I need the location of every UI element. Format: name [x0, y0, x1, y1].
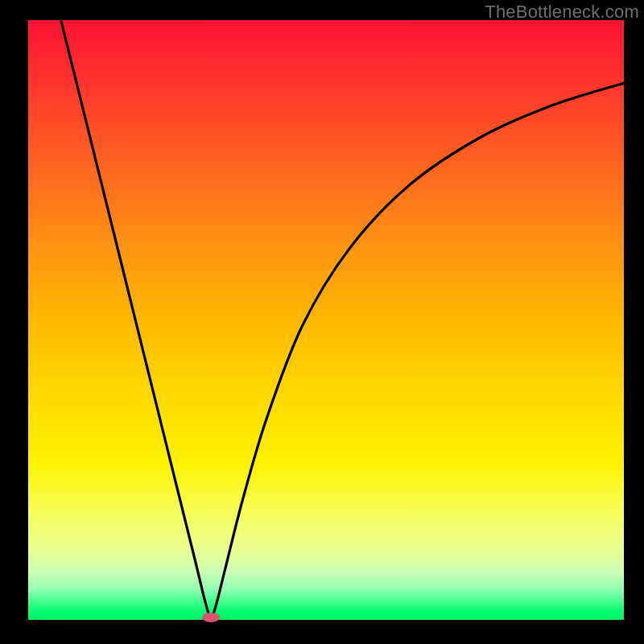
chart-container: TheBottleneck.com [0, 0, 644, 644]
optimum-marker [202, 613, 220, 622]
plot-area [28, 20, 624, 620]
attribution-text: TheBottleneck.com [485, 2, 639, 23]
bottleneck-curve [61, 20, 624, 617]
curve-svg [28, 20, 624, 620]
